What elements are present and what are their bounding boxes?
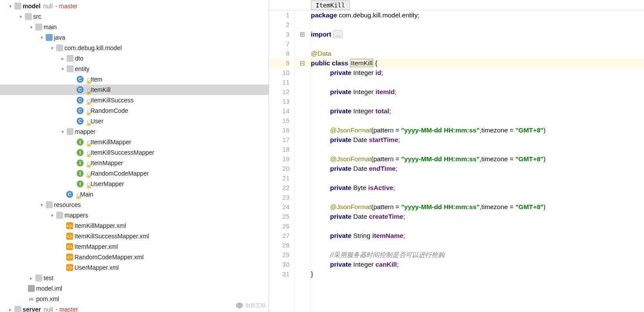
lock-icon: 🔒 [85,161,89,165]
xml-icon: <> [66,254,73,261]
vcs-tag: null [44,306,53,312]
source-folder-icon [46,34,53,41]
project-tree-pane: ▾ model null - master ▾ src ▾ main ▾ jav… [0,0,269,312]
folder-icon [56,212,63,219]
tree-node-main[interactable]: ▾ main [0,22,269,32]
xml-icon: <> [66,264,73,271]
lock-icon: 🔒 [85,109,89,113]
breadcrumb-bar: ItemKill [269,0,644,10]
tree-node-mappers-folder[interactable]: ▾ mappers [0,210,269,220]
tree-label: model [23,3,40,10]
tree-label: pom.xml [36,295,59,302]
tree-node-interface[interactable]: I 🔒 ItemKillMapper [0,137,269,147]
tree-node-server[interactable]: ▸ server null - master [0,304,269,312]
tree-node-resources[interactable]: ▾ resources [0,200,269,210]
tree-node-class-itemkillsuccess[interactable]: C 🔒 ItemKillSuccess [0,95,269,105]
expand-icon[interactable]: ▸ [7,306,14,312]
tree-label: ItemMapper [91,159,123,166]
tree-node-xml[interactable]: <> ItemMapper.xml [0,241,269,252]
tree-label: model.iml [36,285,62,292]
interface-icon: I [77,139,84,146]
tree-node-interface[interactable]: I 🔒 ItemMapper [0,158,269,168]
collapse-icon[interactable]: ▾ [38,34,45,41]
import-fold[interactable]: ... [333,30,343,38]
tree-node-class-user[interactable]: C 🔒 User [0,116,269,126]
lock-icon: 🔒 [85,150,89,155]
collapse-icon[interactable]: ▾ [28,24,35,31]
class-icon: C [66,191,73,198]
package-icon [67,55,74,62]
tree-node-test[interactable]: ▸ test [0,273,269,283]
collapse-icon[interactable]: ▾ [49,212,56,219]
file-icon [28,285,35,292]
expand-icon[interactable]: ▸ [59,55,66,62]
tree-node-class-item[interactable]: C 🔒 Item [0,74,269,85]
module-icon [14,306,21,312]
tree-node-xml[interactable]: <> RandomCodeMapper.xml [0,252,269,262]
tree-label: com.debug.kill.model [64,44,122,51]
vcs-branch: - master [55,3,78,10]
class-icon: C [77,107,84,114]
lock-icon: 🔒 [85,98,89,102]
tree-node-main-class[interactable]: C 🔒 Main [0,189,269,200]
tree-node-entity[interactable]: ▾ entity [0,64,269,74]
tree-node-package[interactable]: ▾ com.debug.kill.model [0,43,269,53]
collapse-icon[interactable]: ▾ [38,201,45,208]
interface-icon: I [77,180,84,187]
tree-node-class-itemkill[interactable]: C 🔒 ItemKill [0,85,269,95]
class-icon: C [77,118,84,125]
tree-node-java[interactable]: ▾ java [0,32,269,43]
tree-node-xml[interactable]: <> UserMapper.xml [0,262,269,273]
expand-icon[interactable]: ▸ [28,275,35,281]
collapse-icon[interactable]: ▾ [59,128,66,135]
tree-node-xml[interactable]: <> ItemKillSuccessMapper.xml [0,231,269,241]
tree-node-mapper[interactable]: ▾ mapper [0,126,269,137]
tree-node-pom[interactable]: m pom.xml [0,294,269,304]
code-lines[interactable]: package com.debug.kill.model.entity; imp… [311,10,644,312]
line-number-gutter: 1 2 3 7 8 9 10 11 12 13 14 15 16 17 18 1… [269,10,294,312]
tree-label: ItemKill [91,86,111,93]
resources-folder-icon [46,201,53,208]
tree-label: server [23,306,41,312]
lock-icon: 🔒 [85,88,89,92]
tree-node-interface[interactable]: I 🔒 UserMapper [0,179,269,189]
tree-label: mapper [75,128,95,135]
code-area[interactable]: 1 2 3 7 8 9 10 11 12 13 14 15 16 17 18 1… [269,10,644,312]
package-icon [56,44,63,51]
package-icon [67,65,74,72]
tree-node-interface[interactable]: I 🔒 ItemKillSuccessMapper [0,147,269,158]
tree-label: UserMapper [91,180,124,187]
interface-icon: I [77,159,84,166]
interface-icon: I [77,170,84,177]
collapse-icon[interactable]: ▾ [17,13,24,20]
tree-label: ItemKillSuccessMapper [91,149,154,156]
collapse-icon[interactable]: ▾ [49,44,56,51]
lock-icon: 🔒 [85,77,89,81]
tree-node-class-randomcode[interactable]: C 🔒 RandomCode [0,105,269,116]
tree-label: RandomCode [91,107,128,114]
tree-label: Main [80,191,93,198]
breadcrumb-class[interactable]: ItemKill [311,0,350,10]
tree-label: ItemKillSuccess [91,97,134,104]
fold-expand-icon[interactable]: ⊞ [294,30,310,39]
caret-selection: ItemKill [350,59,373,67]
collapse-icon[interactable]: ▾ [59,65,66,72]
tree-label: RandomCodeMapper.xml [74,254,144,261]
tree-node-iml[interactable]: model.iml [0,283,269,294]
tree-node-xml[interactable]: <> ItemKillMapper.xml [0,220,269,231]
package-icon [67,128,74,135]
tree-node-src[interactable]: ▾ src [0,11,269,22]
maven-icon: m [28,295,35,302]
tree-node-dto[interactable]: ▸ dto [0,53,269,64]
collapse-icon[interactable]: ▾ [7,3,14,10]
tree-label: resources [54,201,81,208]
xml-icon: <> [66,233,73,240]
lock-icon: 🔒 [85,119,89,123]
tree-node-interface[interactable]: I 🔒 RandomCodeMapper [0,168,269,179]
code-editor-pane: ItemKill 1 2 3 7 8 9 10 11 12 13 14 15 1… [269,0,644,312]
fold-collapse-icon[interactable]: ⊟ [294,58,310,68]
xml-icon: <> [66,222,73,229]
lock-icon: 🔒 [85,140,89,144]
lock-icon: 🔒 [85,182,89,186]
tree-node-model[interactable]: ▾ model null - master [0,1,269,11]
